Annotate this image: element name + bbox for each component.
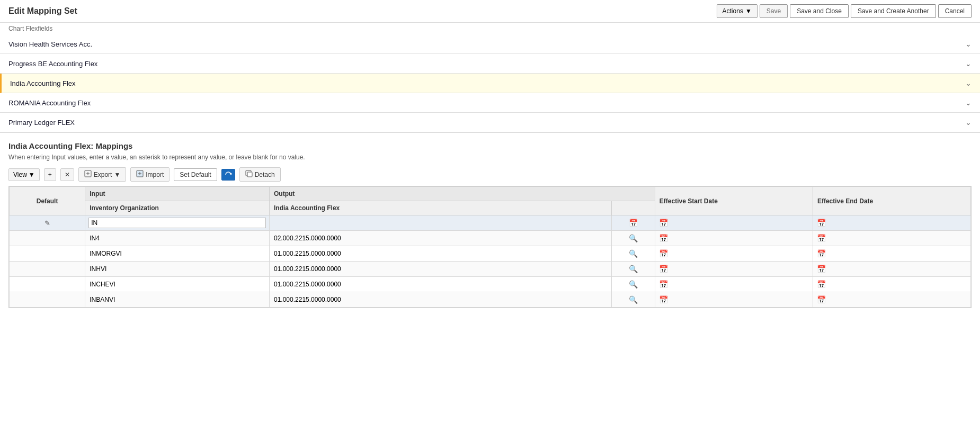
row-2-search-icon[interactable]: 🔍	[628, 264, 638, 274]
row-1-india-flex-input[interactable]	[273, 249, 608, 258]
actions-dropdown-button[interactable]: Actions ▼	[717, 4, 758, 18]
row-1-eff-end-icon[interactable]: 📅	[816, 248, 827, 259]
row-1-inventory-org-input[interactable]	[88, 249, 266, 258]
col-output-action-header	[611, 201, 655, 215]
row-4-eff-start[interactable]: 📅	[655, 292, 813, 308]
row-3-output[interactable]	[270, 277, 612, 292]
row-0-input[interactable]	[85, 231, 270, 246]
filter-input-cell[interactable]	[85, 215, 270, 231]
row-0-search-icon[interactable]: 🔍	[628, 233, 638, 244]
row-3-india-flex-input[interactable]	[273, 280, 608, 289]
detach-icon	[245, 170, 253, 179]
row-3-eff-start-icon[interactable]: 📅	[658, 279, 669, 290]
accordion-item-romania[interactable]: ROMANIA Accounting Flex ⌄	[0, 93, 980, 113]
row-1-eff-start-icon[interactable]: 📅	[658, 248, 669, 259]
row-3-search-icon[interactable]: 🔍	[628, 279, 638, 290]
accordion-label-india: India Accounting Flex	[10, 79, 76, 87]
row-4-search-icon[interactable]: 🔍	[628, 294, 638, 305]
filter-date-start-cell: 📅	[611, 215, 655, 231]
view-label: View	[13, 171, 27, 178]
row-0-eff-end[interactable]: 📅	[813, 231, 970, 246]
col-eff-start-header: Effective Start Date	[655, 187, 813, 215]
chevron-down-icon-romania: ⌄	[965, 98, 972, 107]
row-3-eff-start[interactable]: 📅	[655, 277, 813, 292]
delete-row-button[interactable]: ✕	[60, 168, 74, 181]
view-chevron-icon: ▼	[29, 171, 35, 178]
export-button[interactable]: Export ▼	[78, 167, 127, 182]
accordion-item-india[interactable]: India Accounting Flex ⌄	[0, 74, 980, 93]
row-0-default	[10, 231, 85, 246]
row-1-output[interactable]	[270, 246, 612, 262]
row-0-eff-end-icon[interactable]: 📅	[816, 233, 827, 244]
row-1-eff-start[interactable]: 📅	[655, 246, 813, 262]
row-2-inventory-org-input[interactable]	[88, 264, 266, 274]
row-1-search-icon[interactable]: 🔍	[628, 248, 638, 259]
filter-inventory-org-input[interactable]	[88, 218, 266, 228]
row-4-search-action[interactable]: 🔍	[611, 292, 655, 308]
row-1-search-action[interactable]: 🔍	[611, 246, 655, 262]
row-2-output[interactable]	[270, 262, 612, 277]
filter-date-start-icon[interactable]: 📅	[628, 218, 638, 228]
edit-pencil-icon[interactable]: ✎	[44, 219, 50, 227]
svg-rect-7	[247, 172, 252, 177]
refresh-button[interactable]	[221, 169, 235, 181]
import-button[interactable]: Import	[130, 167, 170, 182]
row-4-india-flex-input[interactable]	[273, 295, 608, 304]
row-2-eff-start-icon[interactable]: 📅	[658, 264, 669, 274]
row-2-input[interactable]	[85, 262, 270, 277]
row-2-search-action[interactable]: 🔍	[611, 262, 655, 277]
row-0-search-action[interactable]: 🔍	[611, 231, 655, 246]
table-row: 🔍 📅 📅	[10, 277, 971, 292]
accordion-label-vision: Vision Health Services Acc.	[8, 40, 92, 48]
accordion-item-progress[interactable]: Progress BE Accounting Flex ⌄	[0, 54, 980, 74]
filter-output-cell	[270, 215, 612, 231]
mappings-table: Default Input Output Effective Start Dat…	[9, 186, 971, 308]
row-2-default	[10, 262, 85, 277]
page-header: Edit Mapping Set Actions ▼ Save Save and…	[0, 0, 980, 23]
detach-label: Detach	[255, 171, 275, 178]
chevron-down-icon-progress: ⌄	[965, 59, 972, 68]
row-1-default	[10, 246, 85, 262]
filter-row: ✎ 📅 📅 📅	[10, 215, 971, 231]
row-2-india-flex-input[interactable]	[273, 264, 608, 274]
row-4-inventory-org-input[interactable]	[88, 295, 266, 304]
row-1-input[interactable]	[85, 246, 270, 262]
row-2-eff-end[interactable]: 📅	[813, 262, 970, 277]
row-3-eff-end[interactable]: 📅	[813, 277, 970, 292]
row-2-eff-start[interactable]: 📅	[655, 262, 813, 277]
row-3-input[interactable]	[85, 277, 270, 292]
row-0-output[interactable]	[270, 231, 612, 246]
row-4-output[interactable]	[270, 292, 612, 308]
save-close-button[interactable]: Save and Close	[790, 4, 849, 18]
row-3-inventory-org-input[interactable]	[88, 280, 266, 289]
save-create-another-button[interactable]: Save and Create Another	[851, 4, 936, 18]
filter-eff-start-icon[interactable]: 📅	[658, 218, 669, 228]
col-default-header: Default	[10, 187, 85, 215]
detach-button[interactable]: Detach	[239, 167, 281, 182]
row-4-eff-start-icon[interactable]: 📅	[658, 294, 669, 305]
row-2-eff-end-icon[interactable]: 📅	[816, 264, 827, 274]
filter-eff-end-icon[interactable]: 📅	[816, 218, 827, 228]
cancel-button[interactable]: Cancel	[938, 4, 972, 18]
row-3-search-action[interactable]: 🔍	[611, 277, 655, 292]
row-3-eff-end-icon[interactable]: 📅	[816, 279, 827, 290]
row-1-eff-end[interactable]: 📅	[813, 246, 970, 262]
row-4-input[interactable]	[85, 292, 270, 308]
add-row-button[interactable]: +	[44, 168, 56, 181]
row-0-eff-start-icon[interactable]: 📅	[658, 233, 669, 244]
accordion-label-progress: Progress BE Accounting Flex	[8, 60, 97, 68]
col-eff-end-header: Effective End Date	[813, 187, 970, 215]
col-output-header: Output	[270, 187, 655, 201]
accordion-item-vision[interactable]: Vision Health Services Acc. ⌄	[0, 34, 980, 54]
mappings-title: India Accounting Flex: Mappings	[8, 141, 972, 150]
row-0-india-flex-input[interactable]	[273, 233, 608, 243]
table-row: 🔍 📅 📅	[10, 246, 971, 262]
row-0-eff-start[interactable]: 📅	[655, 231, 813, 246]
row-4-eff-end[interactable]: 📅	[813, 292, 970, 308]
row-4-eff-end-icon[interactable]: 📅	[816, 294, 827, 305]
set-default-button[interactable]: Set Default	[174, 168, 217, 181]
row-0-inventory-org-input[interactable]	[88, 233, 266, 243]
view-button[interactable]: View ▼	[8, 168, 40, 181]
save-button[interactable]: Save	[760, 4, 788, 18]
accordion-item-primary[interactable]: Primary Ledger FLEX ⌄	[0, 113, 980, 132]
